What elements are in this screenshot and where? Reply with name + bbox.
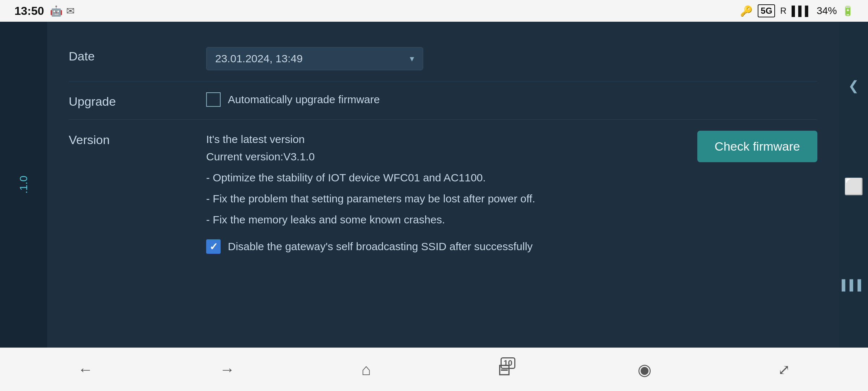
version-label: Version [69,131,206,147]
battery-icon: 🔋 [842,5,854,17]
back-chevron-icon[interactable]: ❮ [848,78,859,93]
version-note-2: - Fix the problem that setting parameter… [206,190,683,207]
version-latest: It's the latest version [206,131,683,148]
date-label: Date [69,47,206,63]
nav-profile-button[interactable]: ◉ [627,354,662,384]
status-bar: 13:50 🤖 ✉ 🔑 5G R ▌▌▌ 34% 🔋 [0,0,868,22]
date-row: Date 23.01.2024, 13:49 ▾ [69,36,817,81]
date-dropdown[interactable]: 23.01.2024, 13:49 ▾ [206,47,423,70]
version-note-1: - Optimize the stability of IOT device W… [206,169,683,186]
version-value: It's the latest version Current version:… [206,131,817,254]
dropdown-arrow-icon: ▾ [410,54,414,64]
auto-upgrade-label: Automatically upgrade firmware [228,93,380,106]
upgrade-label: Upgrade [69,92,206,109]
nav-forward-button[interactable]: → [209,355,246,384]
date-value: 23.01.2024, 13:49 ▾ [206,47,817,70]
sidebar-version: .1.0 [17,176,30,194]
version-note-3: - Fix the memory leaks and some known cr… [206,211,683,228]
nav-tabs-badge: 10 [501,357,515,369]
bottom-checkbox-row: ✓ Disable the gateway's self broadcastin… [206,232,817,254]
nav-tabs-button[interactable]: ⊟ 10 [487,354,522,384]
version-row: Version It's the latest version Current … [69,120,817,265]
status-bar-left: 13:50 🤖 ✉ [14,4,75,18]
key-icon: 🔑 [740,5,753,17]
5g-signal-icon: 5G [758,4,775,17]
signal-bars-icon: ▌▌▌ [792,5,812,17]
content-panel: Date 23.01.2024, 13:49 ▾ Upgrade Automat… [47,22,839,348]
nav-forward-icon: → [220,361,235,378]
disable-ssid-checkbox[interactable]: ✓ [206,239,221,254]
version-info-block: It's the latest version Current version:… [206,131,683,228]
nav-tabs-container: ⊟ 10 [498,360,511,379]
main-content: .1.0 ❮ ⬜ ▌▌▌ Date 23.01.2024, 13:49 ▾ Up… [0,22,868,348]
upgrade-value: Automatically upgrade firmware [206,92,817,107]
battery-percent: 34% [817,5,837,17]
version-header-row: It's the latest version Current version:… [206,131,817,228]
nav-fullscreen-icon: ⤢ [778,361,790,378]
nav-fullscreen-button[interactable]: ⤢ [767,356,801,384]
nav-home-button[interactable]: ⌂ [350,355,382,384]
signal-r-icon: R [780,6,786,16]
nav-back-icon: ← [78,361,93,378]
nav-back-button[interactable]: ← [67,355,104,384]
right-sidebar: ❮ ⬜ ▌▌▌ [839,22,868,348]
date-dropdown-text: 23.01.2024, 13:49 [215,52,303,65]
auto-upgrade-checkbox[interactable] [206,92,221,107]
version-current: Current version:V3.1.0 [206,148,683,165]
rounded-square-icon[interactable]: ⬜ [844,177,864,196]
check-firmware-button[interactable]: Check firmware [697,131,817,162]
upgrade-row: Upgrade Automatically upgrade firmware [69,81,817,120]
nav-home-icon: ⌂ [361,361,371,379]
email-icon: ✉ [66,5,75,17]
upgrade-checkbox-row: Automatically upgrade firmware [206,92,817,107]
status-time: 13:50 [14,4,44,18]
status-icons: 🤖 ✉ [50,5,75,17]
disable-ssid-label: Disable the gateway's self broadcasting … [228,240,533,253]
nav-profile-icon: ◉ [638,360,651,379]
checkmark-icon: ✓ [209,241,218,253]
left-sidebar: .1.0 [0,22,47,348]
status-bar-right: 🔑 5G R ▌▌▌ 34% 🔋 [740,4,854,17]
bars-right-icon: ▌▌▌ [842,279,865,291]
robot-icon: 🤖 [50,5,63,17]
nav-bar: ← → ⌂ ⊟ 10 ◉ ⤢ [0,348,868,391]
